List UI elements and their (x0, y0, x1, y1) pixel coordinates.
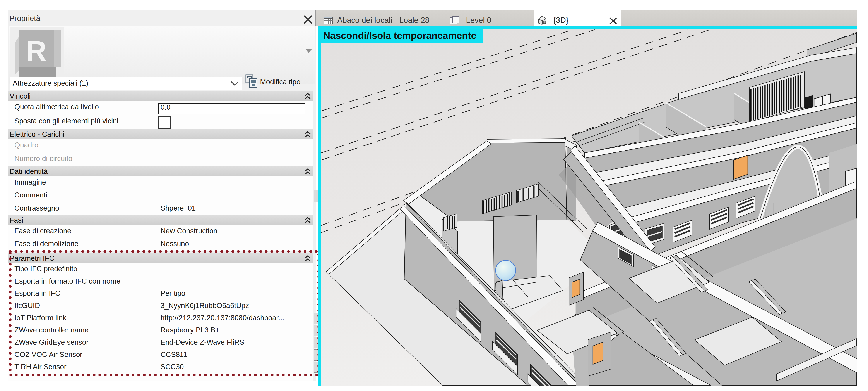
svg-text:R: R (26, 35, 46, 67)
